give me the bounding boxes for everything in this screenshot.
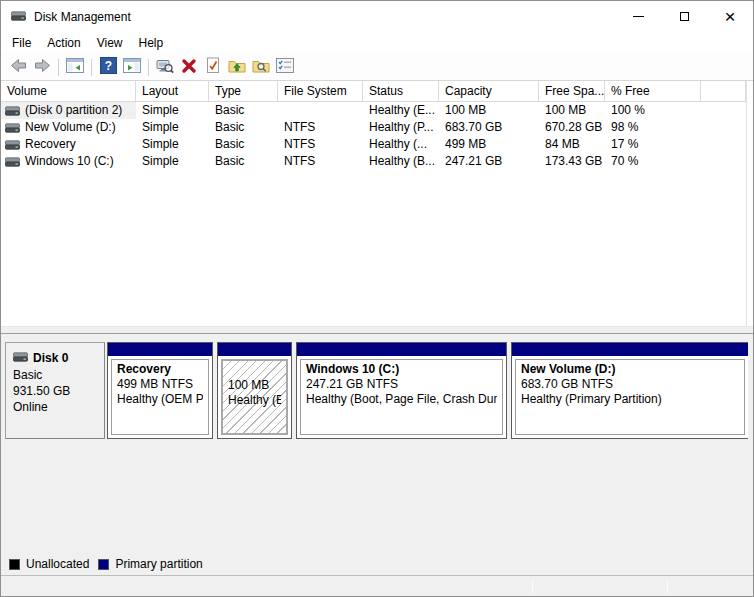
partition-color-strip [108, 343, 212, 356]
help-button[interactable]: ? [96, 56, 120, 79]
partition-block[interactable]: 100 MBHealthy (EFI [217, 342, 292, 439]
monitor-magnifier-button[interactable] [153, 56, 177, 79]
cell [278, 102, 363, 119]
minimize-button[interactable] [615, 1, 661, 32]
folder-up-button[interactable] [225, 56, 249, 79]
partition-status: Healthy (EFI [228, 393, 281, 408]
monitor-magnifier-icon [156, 58, 174, 77]
cell: 173.43 GB [539, 153, 605, 170]
table-row[interactable]: RecoverySimpleBasicNTFSHealthy (...499 M… [1, 136, 746, 153]
action-pane-icon [123, 58, 141, 76]
partition-block[interactable]: Recovery499 MB NTFSHealthy (OEM Par [107, 342, 213, 439]
column-header-type[interactable]: Type [209, 81, 278, 102]
cell: 247.21 GB [439, 153, 539, 170]
column-header-layout[interactable]: Layout [136, 81, 209, 102]
console-tree-button[interactable] [63, 56, 87, 79]
close-button[interactable]: × [707, 1, 753, 32]
cell: Simple [136, 136, 209, 153]
column-header-file-system[interactable]: File System [278, 81, 363, 102]
cell: NTFS [278, 153, 363, 170]
status-bar [1, 575, 753, 596]
action-pane-button[interactable] [120, 56, 144, 79]
maximize-icon [680, 12, 689, 21]
volume-label: New Volume (D:) [25, 119, 116, 136]
legend-label: Unallocated [26, 557, 89, 571]
checklist-icon [276, 58, 294, 76]
menu-item-action[interactable]: Action [39, 33, 88, 53]
disk-0-row: Disk 0 Basic 931.50 GB Online Recovery49… [5, 342, 748, 439]
table-row[interactable]: (Disk 0 partition 2)SimpleBasicHealthy (… [1, 102, 746, 119]
disk-management-window: Disk Management × FileActionViewHelp ? V… [0, 0, 754, 597]
partition-body: Windows 10 (C:)247.21 GB NTFSHealthy (Bo… [300, 359, 503, 435]
folder-search-button[interactable] [249, 56, 273, 79]
document-check-button[interactable] [201, 56, 225, 79]
partition-status: Healthy (Primary Partition) [521, 392, 739, 407]
partition-block[interactable]: Windows 10 (C:)247.21 GB NTFSHealthy (Bo… [296, 342, 507, 439]
cell: Healthy (E... [363, 102, 439, 119]
back-arrow-button[interactable] [6, 56, 30, 79]
volume-label: Recovery [25, 136, 76, 153]
volume-list-body: (Disk 0 partition 2)SimpleBasicHealthy (… [1, 102, 746, 170]
cell: 70 % [605, 153, 701, 170]
partition-size: 247.21 GB NTFS [306, 377, 497, 392]
partition-name: Windows 10 (C:) [306, 362, 497, 377]
column-header-filler[interactable] [701, 81, 746, 102]
partition-name: New Volume (D:) [521, 362, 739, 377]
legend-item-primary-partition: Primary partition [98, 557, 202, 571]
delete-x-button[interactable] [177, 56, 201, 79]
partition-color-strip [512, 343, 748, 356]
partition-status: Healthy (Boot, Page File, Crash Dump, [306, 392, 497, 407]
menu-bar: FileActionViewHelp [1, 32, 753, 54]
minimize-icon [633, 16, 644, 17]
column-header--free[interactable]: % Free [605, 81, 701, 102]
cell: NTFS [278, 136, 363, 153]
disk-0-info-panel[interactable]: Disk 0 Basic 931.50 GB Online [5, 342, 105, 439]
cell: NTFS [278, 119, 363, 136]
partition-block[interactable]: New Volume (D:)683.70 GB NTFSHealthy (Pr… [511, 342, 748, 439]
disk-type: Basic [13, 367, 102, 383]
cell: Healthy (B... [363, 153, 439, 170]
partition-body-selected: 100 MBHealthy (EFI [221, 359, 288, 435]
cell [701, 119, 746, 136]
disk-size: 931.50 GB [13, 383, 102, 399]
volume-drive-icon [5, 123, 20, 133]
maximize-button[interactable] [661, 1, 707, 32]
volume-list-header: VolumeLayoutTypeFile SystemStatusCapacit… [1, 81, 746, 102]
cell: Basic [209, 102, 278, 119]
cell: 100 % [605, 102, 701, 119]
cell: Simple [136, 102, 209, 119]
partition-name: Recovery [117, 362, 203, 377]
table-row[interactable]: New Volume (D:)SimpleBasicNTFSHealthy (P… [1, 119, 746, 136]
column-header-free-spa[interactable]: Free Spa... [539, 81, 605, 102]
table-row[interactable]: Windows 10 (C:)SimpleBasicNTFSHealthy (B… [1, 153, 746, 170]
cell: Basic [209, 136, 278, 153]
cell-volume: Windows 10 (C:) [1, 153, 136, 170]
partition-size: 100 MB [228, 378, 281, 393]
disk-management-app-icon [11, 11, 27, 23]
console-tree-icon [66, 58, 84, 76]
cell: Simple [136, 153, 209, 170]
window-controls: × [615, 1, 753, 32]
partition-body: New Volume (D:)683.70 GB NTFSHealthy (Pr… [515, 359, 745, 435]
graphical-view-pane: Disk 0 Basic 931.50 GB Online Recovery49… [1, 334, 753, 553]
forward-arrow-icon [34, 57, 51, 77]
close-icon: × [724, 7, 735, 26]
back-arrow-icon [10, 57, 27, 77]
cell: 100 MB [439, 102, 539, 119]
volume-drive-icon [5, 140, 20, 150]
forward-arrow-button[interactable] [30, 56, 54, 79]
menu-item-view[interactable]: View [89, 33, 131, 53]
menu-item-file[interactable]: File [4, 33, 39, 53]
column-header-volume[interactable]: Volume [1, 81, 136, 102]
partition-color-strip [218, 343, 291, 356]
pane-splitter[interactable] [1, 326, 753, 334]
menu-item-help[interactable]: Help [131, 33, 172, 53]
partition-name [228, 363, 281, 378]
volume-list-pane: VolumeLayoutTypeFile SystemStatusCapacit… [1, 81, 753, 326]
column-header-capacity[interactable]: Capacity [439, 81, 539, 102]
checklist-button[interactable] [273, 56, 297, 79]
delete-x-icon [181, 58, 197, 77]
column-header-status[interactable]: Status [363, 81, 439, 102]
cell: Basic [209, 153, 278, 170]
cell-volume: New Volume (D:) [1, 119, 136, 136]
